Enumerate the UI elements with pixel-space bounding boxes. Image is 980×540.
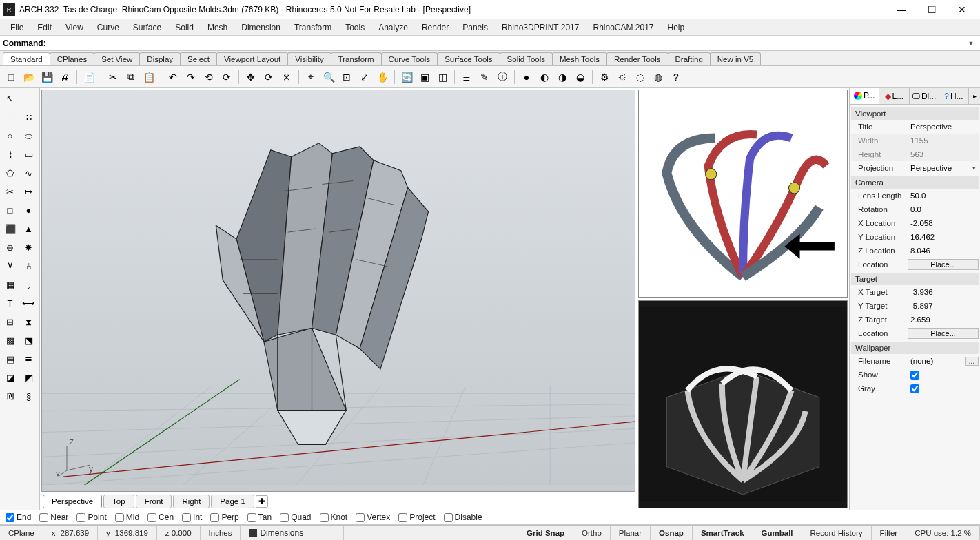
prop-lens[interactable]: 50.0: [908, 191, 979, 200]
surface-icon[interactable]: ◩: [20, 369, 37, 386]
osnap-quad[interactable]: Quad: [280, 512, 311, 522]
paste-icon[interactable]: 📋: [141, 69, 157, 85]
help-icon[interactable]: ?: [668, 69, 684, 85]
curve-icon[interactable]: ∿: [20, 165, 37, 182]
points-icon[interactable]: ∷: [20, 109, 37, 126]
osnap-point[interactable]: Point: [76, 512, 106, 522]
undo-icon[interactable]: ↶: [165, 69, 181, 85]
status-toggle-filter[interactable]: Filter: [872, 526, 907, 540]
perspective-icon[interactable]: ◫: [434, 69, 451, 85]
menu-help[interactable]: Help: [662, 21, 691, 34]
zoom-selected-icon[interactable]: ⊡: [338, 69, 355, 85]
redo-icon[interactable]: ↷: [183, 69, 199, 85]
osnap-near[interactable]: Near: [39, 512, 68, 522]
explode-icon[interactable]: ✸: [20, 239, 37, 256]
toolbar-tab-standard[interactable]: Standard: [3, 52, 50, 65]
osnap-mid[interactable]: Mid: [115, 512, 139, 522]
pointer-icon[interactable]: ↖: [1, 90, 19, 107]
boolean-icon[interactable]: ⊕: [1, 239, 19, 256]
osnap-tan[interactable]: Tan: [247, 512, 272, 522]
box-icon[interactable]: □: [1, 202, 19, 219]
show-wallpaper-checkbox[interactable]: [910, 371, 919, 380]
menu-rhinocam-2017[interactable]: RhinoCAM 2017: [586, 21, 660, 34]
array-icon[interactable]: ⊞: [1, 313, 19, 331]
osnap-int-checkbox[interactable]: [182, 513, 191, 522]
viewport-perspective[interactable]: Perspective ▾: [41, 90, 635, 492]
options-icon[interactable]: ⚙: [596, 69, 613, 85]
projection-dropdown-icon[interactable]: ▾: [969, 165, 979, 172]
zoom-dynamic-icon[interactable]: ⤢: [356, 69, 373, 85]
sphere-icon[interactable]: ●: [20, 202, 37, 219]
toolbar-tab-drafting[interactable]: Drafting: [668, 52, 711, 65]
toolbar-tab-set-view[interactable]: Set View: [94, 52, 140, 65]
toolbar-tab-display[interactable]: Display: [139, 52, 181, 65]
toolbar-tab-new-in-v5[interactable]: New in V5: [710, 52, 761, 65]
status-cplane[interactable]: CPlane: [0, 526, 43, 540]
shade-icon[interactable]: ◑: [554, 69, 571, 85]
hide-icon[interactable]: ◌: [632, 69, 649, 85]
scale-icon[interactable]: ⤧: [278, 69, 295, 85]
toolbar-tab-cplanes[interactable]: CPlanes: [50, 52, 94, 65]
toolbar-tab-visibility[interactable]: Visibility: [287, 52, 331, 65]
prop-x-target[interactable]: -3.936: [908, 288, 979, 296]
rectangle-icon[interactable]: ▭: [20, 146, 37, 163]
status-toggle-smarttrack[interactable]: SmartTrack: [693, 526, 753, 540]
toolbar-tab-mesh-tools[interactable]: Mesh Tools: [552, 52, 607, 65]
osnap-knot-checkbox[interactable]: [320, 513, 329, 522]
layer-edit-icon[interactable]: ✎: [476, 69, 493, 85]
status-layer[interactable]: Dimensions: [241, 526, 344, 540]
status-toggle-ortho[interactable]: Ortho: [573, 526, 611, 540]
settings-icon[interactable]: ⛭: [614, 69, 631, 85]
viewport-tab-page-1[interactable]: Page 1: [211, 495, 254, 508]
toolbar-tab-select[interactable]: Select: [180, 52, 217, 65]
open-icon[interactable]: 📂: [21, 69, 37, 85]
place-camera-button[interactable]: Place...: [908, 259, 979, 270]
render-preview-icon[interactable]: ◐: [536, 69, 553, 85]
osnap-project[interactable]: Project: [398, 512, 435, 522]
layer-icon[interactable]: ≣: [20, 351, 37, 368]
extend-icon[interactable]: ↦: [20, 183, 37, 200]
fillet-icon[interactable]: ◞: [20, 276, 37, 293]
osnap-quad-checkbox[interactable]: [280, 513, 289, 522]
menu-edit[interactable]: Edit: [31, 21, 58, 34]
status-toggle-grid-snap[interactable]: Grid Snap: [518, 526, 573, 540]
status-toggle-planar[interactable]: Planar: [611, 526, 651, 540]
undo-multi-icon[interactable]: ⟲: [201, 69, 217, 85]
close-button[interactable]: ✕: [947, 1, 977, 19]
toolbar-tab-curve-tools[interactable]: Curve Tools: [381, 52, 438, 65]
toolbar-tab-viewport-layout[interactable]: Viewport Layout: [216, 52, 288, 65]
cone-icon[interactable]: ▲: [20, 220, 37, 238]
command-history-dropdown[interactable]: ▼: [965, 37, 977, 50]
render-icon[interactable]: ●: [518, 69, 535, 85]
mirror-icon[interactable]: ⧗: [20, 313, 37, 331]
cut-icon[interactable]: ✂: [105, 69, 121, 85]
analyze-icon[interactable]: ⬔: [20, 332, 37, 349]
menu-tools[interactable]: Tools: [339, 21, 371, 34]
osnap-vertex-checkbox[interactable]: [356, 513, 365, 522]
tab-display[interactable]: 🖵Di...: [910, 88, 939, 104]
ghosted-icon[interactable]: ◒: [572, 69, 589, 85]
mesh-icon[interactable]: ▩: [1, 332, 19, 349]
menu-panels[interactable]: Panels: [456, 21, 494, 34]
osnap-point-checkbox[interactable]: [76, 513, 85, 522]
zoom-window-icon[interactable]: 🔍: [320, 69, 337, 85]
toolbar-tab-render-tools[interactable]: Render Tools: [606, 52, 668, 65]
osnap-int[interactable]: Int: [182, 512, 202, 522]
place-target-button[interactable]: Place...: [908, 328, 979, 339]
viewport-tab-right[interactable]: Right: [173, 495, 210, 508]
viewport-tab-perspective[interactable]: Perspective: [43, 495, 102, 508]
circle-icon[interactable]: ○: [1, 127, 19, 145]
osnap-disable-checkbox[interactable]: [444, 513, 453, 522]
osnap-project-checkbox[interactable]: [398, 513, 407, 522]
spiral-icon[interactable]: ₪: [1, 388, 19, 405]
add-viewport-tab-button[interactable]: ✚: [256, 495, 268, 508]
toolbar-tab-surface-tools[interactable]: Surface Tools: [437, 52, 500, 65]
prop-y-target[interactable]: -5.897: [908, 302, 979, 310]
prop-projection[interactable]: Perspective: [908, 164, 969, 172]
menu-surface[interactable]: Surface: [127, 21, 167, 34]
pan-icon[interactable]: ✋: [374, 69, 391, 85]
dim-icon[interactable]: ⟷: [20, 295, 37, 312]
trim-icon[interactable]: ✂: [1, 183, 19, 200]
import-icon[interactable]: 📄: [81, 69, 97, 85]
cylinder-icon[interactable]: ⬛: [1, 220, 19, 238]
